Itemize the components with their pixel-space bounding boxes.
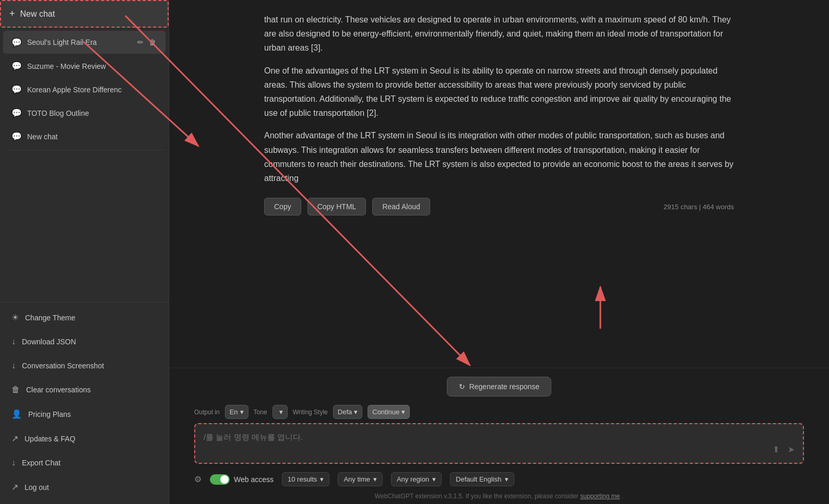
time-chevron-icon: ▾ (373, 475, 377, 483)
upload-icon[interactable]: ⬆ (771, 442, 781, 457)
chat-bubble-icon: 💬 (11, 108, 22, 118)
log-out-item[interactable]: ↗ Log out (3, 475, 165, 499)
chat-item-korean[interactable]: 💬 Korean Apple Store Differenc (3, 78, 165, 101)
export-chat-item[interactable]: ↓ Export Chat (3, 451, 165, 474)
language-select[interactable]: Default English ▾ (450, 472, 514, 486)
sidebar-divider (5, 150, 163, 150)
tone-chevron-icon: ▾ (279, 408, 283, 416)
main-content: that run on electricity. These vehicles … (169, 0, 829, 504)
change-theme-item[interactable]: ☀ Change Theme (3, 306, 165, 329)
chat-item-seoullight[interactable]: 💬 Seoul's Light Rail Era ✏ 🗑 (3, 31, 165, 54)
language-chevron-icon: ▾ (505, 475, 508, 483)
logout-icon: ↗ (11, 482, 18, 492)
web-access-label: Web access (234, 475, 274, 484)
writing-style-value: Defa (338, 408, 352, 416)
output-label: Output in (194, 409, 220, 416)
message-text: that run on electricity. These vehicles … (264, 13, 734, 185)
message-paragraph-2: One of the advantages of the LRT system … (264, 64, 734, 121)
chat-bubble-icon: 💬 (11, 85, 22, 94)
region-chevron-icon: ▾ (432, 475, 436, 483)
chat-item-label: Suzume - Movie Review (27, 62, 157, 70)
new-chat-top-button[interactable]: + New chat (0, 0, 169, 28)
results-chevron-icon: ▾ (320, 475, 324, 483)
download-json-item[interactable]: ↓ Download JSON (3, 330, 165, 353)
clear-conversations-item[interactable]: 🗑 Clear conversations (3, 378, 165, 401)
plus-icon: + (9, 8, 15, 19)
region-select[interactable]: Any region ▾ (391, 472, 442, 486)
time-label: Any time (344, 475, 370, 483)
conversation-screenshot-label: Conversation Screenshot (22, 362, 104, 370)
read-aloud-button[interactable]: Read Aloud (372, 198, 430, 215)
change-theme-label: Change Theme (25, 314, 75, 322)
chat-input[interactable] (195, 424, 803, 461)
message-actions-row: Copy Copy HTML Read Aloud 2915 chars | 4… (264, 198, 734, 222)
continue-label: Continue (372, 408, 399, 416)
writing-style-chevron-icon: ▾ (354, 408, 358, 416)
person-icon: 👤 (11, 409, 22, 419)
chat-bubble-icon: 💬 (11, 131, 22, 141)
send-icon[interactable]: ➤ (786, 442, 797, 457)
web-access-bar: ⚙ Web access 10 results ▾ Any time ▾ Any… (169, 468, 829, 490)
input-options-row: Output in En ▾ Tone ▾ Writing Style Defa… (194, 405, 804, 419)
sidebar: + New chat 💬 Seoul's Light Rail Era ✏ 🗑 … (0, 0, 169, 504)
new-chat-top-label: New chat (20, 9, 55, 19)
sidebar-bottom-actions: ☀ Change Theme ↓ Download JSON ↓ Convers… (0, 302, 169, 504)
chat-item-label: New chat (27, 133, 157, 141)
chat-item-newchat[interactable]: 💬 New chat (3, 125, 165, 148)
chat-item-suzume[interactable]: 💬 Suzume - Movie Review (3, 55, 165, 77)
writing-style-label: Writing Style (293, 409, 328, 416)
sun-icon: ☀ (11, 313, 19, 322)
toggle-thumb (220, 475, 229, 484)
toggle-track (210, 474, 230, 485)
external-link-icon: ↗ (11, 434, 18, 443)
input-actions: ⬆ ➤ (771, 442, 797, 457)
output-select[interactable]: En ▾ (225, 405, 248, 419)
delete-chat-button[interactable]: 🗑 (148, 37, 157, 47)
pricing-plans-label: Pricing Plans (28, 410, 71, 418)
chat-item-label: Korean Apple Store Differenc (27, 86, 157, 94)
writing-style-select[interactable]: Defa ▾ (333, 405, 362, 419)
results-select[interactable]: 10 results ▾ (282, 472, 329, 486)
updates-faq-item[interactable]: ↗ Updates & FAQ (3, 427, 165, 450)
char-count: 2915 chars | 464 words (664, 203, 734, 211)
results-label: 10 results (288, 475, 317, 483)
chat-history-list: 💬 Seoul's Light Rail Era ✏ 🗑 💬 Suzume - … (0, 28, 169, 302)
trash-icon: 🗑 (11, 385, 20, 394)
chat-item-toto[interactable]: 💬 TOTO Blog Outline (3, 102, 165, 124)
clear-conversations-label: Clear conversations (26, 386, 91, 394)
export-icon: ↓ (11, 458, 16, 467)
region-label: Any region (397, 475, 429, 483)
tone-label: Tone (254, 409, 267, 416)
log-out-label: Log out (25, 483, 49, 491)
conversation-screenshot-item[interactable]: ↓ Conversation Screenshot (3, 354, 165, 377)
edit-chat-button[interactable]: ✏ (136, 37, 145, 47)
message-paragraph-3: Another advantage of the LRT system in S… (264, 128, 734, 185)
output-value: En (230, 408, 238, 416)
export-chat-label: Export Chat (22, 459, 61, 467)
download-json-label: Download JSON (22, 338, 76, 346)
filter-icon[interactable]: ⚙ (194, 474, 202, 484)
language-label: Default English (456, 475, 501, 483)
chat-messages-area: that run on electricity. These vehicles … (169, 0, 829, 367)
chat-item-label: Seoul's Light Rail Era (27, 38, 131, 46)
footer-text: WebChatGPT extension v.3.1.5. If you lik… (375, 493, 578, 500)
input-box-wrapper: ⬆ ➤ (194, 423, 804, 464)
regenerate-button[interactable]: ↻ Regenerate response (447, 377, 552, 397)
footer-period: . (622, 493, 623, 500)
chat-item-actions: ✏ 🗑 (136, 37, 157, 47)
web-access-toggle[interactable]: Web access (210, 474, 274, 485)
chat-bubble-icon: 💬 (11, 61, 22, 71)
download-icon: ↓ (11, 337, 16, 346)
time-select[interactable]: Any time ▾ (338, 472, 383, 486)
updates-faq-label: Updates & FAQ (25, 435, 75, 443)
chat-bubble-icon: 💬 (11, 38, 22, 47)
tone-select[interactable]: ▾ (273, 405, 288, 419)
footer-link[interactable]: supporting me (580, 493, 620, 500)
continue-chevron-icon: ▾ (401, 408, 405, 416)
message-paragraph-1: that run on electricity. These vehicles … (264, 13, 734, 55)
regenerate-label: Regenerate response (469, 382, 540, 391)
copy-button[interactable]: Copy (264, 198, 301, 215)
pricing-plans-item[interactable]: 👤 Pricing Plans (3, 402, 165, 426)
continue-button[interactable]: Continue ▾ (368, 405, 410, 419)
copy-html-button[interactable]: Copy HTML (307, 198, 366, 215)
